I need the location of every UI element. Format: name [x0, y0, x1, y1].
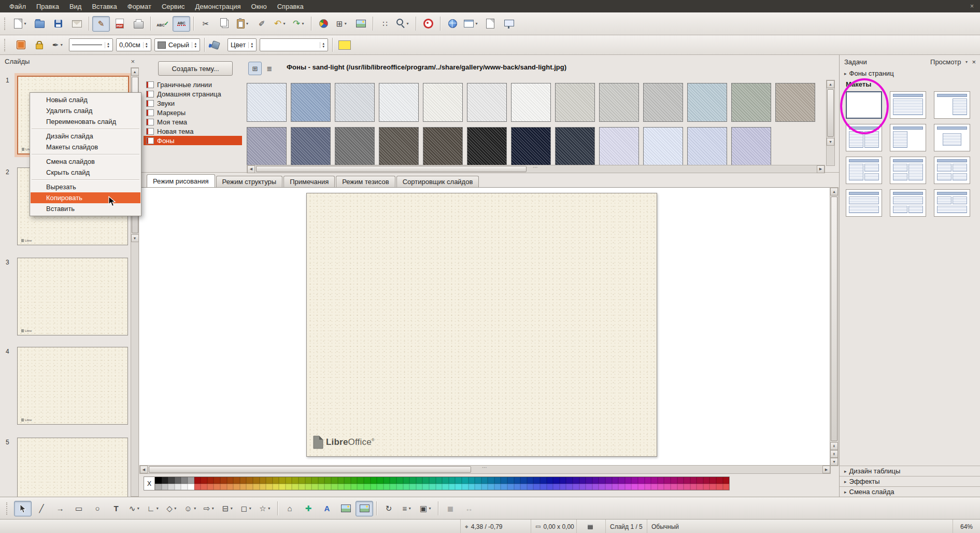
context-menu-item[interactable]: Удалить слайд — [31, 105, 140, 116]
color-swatch[interactable] — [422, 484, 429, 490]
color-swatch[interactable] — [155, 484, 162, 490]
color-swatch[interactable] — [475, 477, 481, 484]
color-swatch[interactable] — [677, 477, 684, 484]
scroll-up-icon[interactable]: ▲ — [830, 188, 838, 195]
edit-file-button[interactable]: ✎ — [92, 16, 110, 32]
color-swatch[interactable] — [416, 484, 423, 490]
connector-tool-button[interactable]: ∟▾ — [145, 501, 162, 516]
scroll-down-icon[interactable]: ▼ — [830, 458, 838, 466]
gallery-texture-thumbnail[interactable] — [467, 127, 507, 166]
color-swatch[interactable] — [299, 477, 305, 484]
new-slide-button[interactable] — [481, 16, 499, 32]
gallery-texture-thumbnail[interactable] — [379, 127, 419, 166]
gallery-texture-thumbnail[interactable] — [555, 83, 595, 122]
color-swatch[interactable] — [579, 477, 586, 484]
color-swatch[interactable] — [592, 477, 599, 484]
slides-panel-close-icon[interactable]: × — [131, 58, 135, 65]
color-swatch[interactable] — [403, 484, 410, 490]
splitter-grip-icon[interactable]: ⋯ — [482, 465, 488, 470]
color-swatch[interactable] — [723, 484, 730, 490]
scrollbar-thumb[interactable] — [149, 466, 471, 473]
slide-layout-button[interactable]: ▾ — [462, 16, 480, 32]
color-swatch[interactable] — [253, 477, 260, 484]
color-swatch[interactable] — [344, 477, 351, 484]
color-swatch[interactable] — [586, 484, 592, 490]
color-swatch[interactable] — [501, 484, 507, 490]
redo-button[interactable]: ↷▾ — [290, 16, 308, 32]
color-swatch[interactable] — [514, 477, 521, 484]
color-swatch[interactable] — [162, 477, 168, 484]
star-shapes-button[interactable]: ☆▾ — [257, 501, 274, 516]
gallery-texture-thumbnail[interactable] — [687, 127, 727, 166]
color-swatch[interactable] — [273, 477, 279, 484]
layout-thumbnail[interactable] — [890, 124, 926, 151]
color-swatch[interactable] — [175, 477, 181, 484]
rectangle-tool-button[interactable]: ▭ — [70, 501, 88, 516]
color-swatch[interactable] — [371, 477, 377, 484]
color-swatch[interactable] — [455, 484, 462, 490]
scrollbar-thumb[interactable] — [256, 166, 527, 172]
color-swatch[interactable] — [318, 484, 325, 490]
color-swatch[interactable] — [560, 484, 566, 490]
gallery-texture-thumbnail[interactable] — [335, 127, 375, 166]
symbol-shapes-button[interactable]: ☺▾ — [182, 501, 200, 516]
menubar-item[interactable]: Правка — [31, 1, 64, 12]
gallery-texture-thumbnail[interactable] — [511, 83, 551, 122]
layout-thumbnail[interactable] — [934, 124, 970, 151]
color-swatch[interactable] — [240, 484, 247, 490]
gallery-theme-item[interactable]: Новая тема — [144, 127, 242, 136]
color-swatch[interactable] — [455, 477, 462, 484]
color-swatch[interactable] — [416, 477, 423, 484]
scroll-down-icon[interactable]: ▼ — [131, 234, 139, 242]
color-swatch[interactable] — [377, 484, 384, 490]
color-swatch[interactable] — [514, 484, 521, 490]
gallery-theme-item[interactable]: Звуки — [144, 99, 242, 108]
color-swatch[interactable] — [605, 484, 612, 490]
gallery-texture-thumbnail[interactable] — [643, 83, 683, 122]
color-swatch[interactable] — [286, 477, 292, 484]
view-tab[interactable]: Примечания — [283, 176, 335, 187]
glue-points-button[interactable]: ✚ — [300, 501, 317, 516]
menubar-item[interactable]: Сервис — [157, 1, 190, 12]
gallery-texture-thumbnail[interactable] — [511, 127, 551, 166]
color-swatch[interactable] — [468, 477, 475, 484]
color-swatch[interactable] — [658, 484, 664, 490]
view-tab[interactable]: Режим рисования — [147, 174, 215, 187]
menubar-item[interactable]: Формат — [122, 1, 157, 12]
color-swatch[interactable] — [697, 484, 703, 490]
color-swatch[interactable] — [690, 484, 697, 490]
color-swatch[interactable] — [599, 484, 605, 490]
color-swatch[interactable] — [553, 477, 560, 484]
color-swatch[interactable] — [442, 484, 449, 490]
color-swatch[interactable] — [566, 477, 573, 484]
color-swatch[interactable] — [429, 484, 436, 490]
basic-shapes-button[interactable]: ◇▾ — [163, 501, 181, 516]
section-page-backgrounds[interactable]: ▸ Фоны страниц — [840, 68, 980, 78]
color-swatch[interactable] — [560, 477, 566, 484]
gallery-texture-thumbnail[interactable] — [291, 127, 331, 166]
color-swatch[interactable] — [292, 477, 299, 484]
color-swatch[interactable] — [481, 484, 488, 490]
view-tab[interactable]: Режим структуры — [216, 176, 283, 187]
color-swatch[interactable] — [338, 477, 345, 484]
color-swatch[interactable] — [638, 477, 645, 484]
color-swatch[interactable] — [207, 477, 214, 484]
color-swatch[interactable] — [409, 484, 416, 490]
alignment-button[interactable]: ≡▾ — [399, 501, 416, 516]
toolbar-grip[interactable] — [4, 39, 8, 51]
color-swatch[interactable] — [579, 484, 586, 490]
select-tool-button[interactable] — [14, 501, 32, 516]
context-menu-item[interactable]: Копировать — [31, 192, 140, 203]
hyperlink-button[interactable] — [444, 16, 461, 32]
copy-button[interactable] — [216, 16, 233, 32]
next-slide-icon[interactable]: ⇟ — [830, 450, 838, 458]
color-swatch[interactable] — [671, 484, 677, 490]
color-swatch[interactable] — [671, 477, 677, 484]
color-swatch[interactable] — [390, 484, 396, 490]
color-swatch[interactable] — [214, 484, 220, 490]
insert-chart-button[interactable] — [315, 16, 332, 32]
email-button[interactable] — [68, 16, 86, 32]
arrange-button[interactable]: ▣▾ — [417, 501, 435, 516]
color-swatch[interactable] — [501, 477, 507, 484]
color-swatch[interactable] — [690, 477, 697, 484]
